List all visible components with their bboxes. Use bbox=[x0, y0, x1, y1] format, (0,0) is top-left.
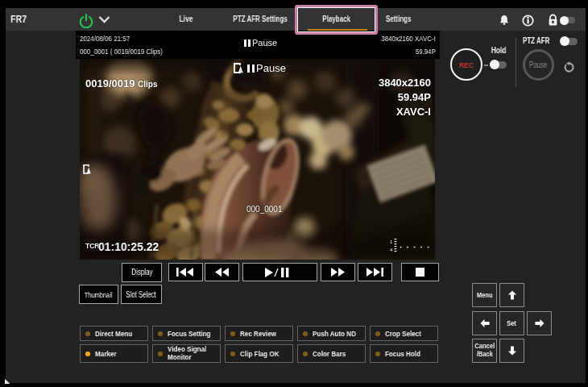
svg-text:4: 4 bbox=[390, 248, 393, 252]
svg-text:1: 1 bbox=[390, 239, 393, 244]
